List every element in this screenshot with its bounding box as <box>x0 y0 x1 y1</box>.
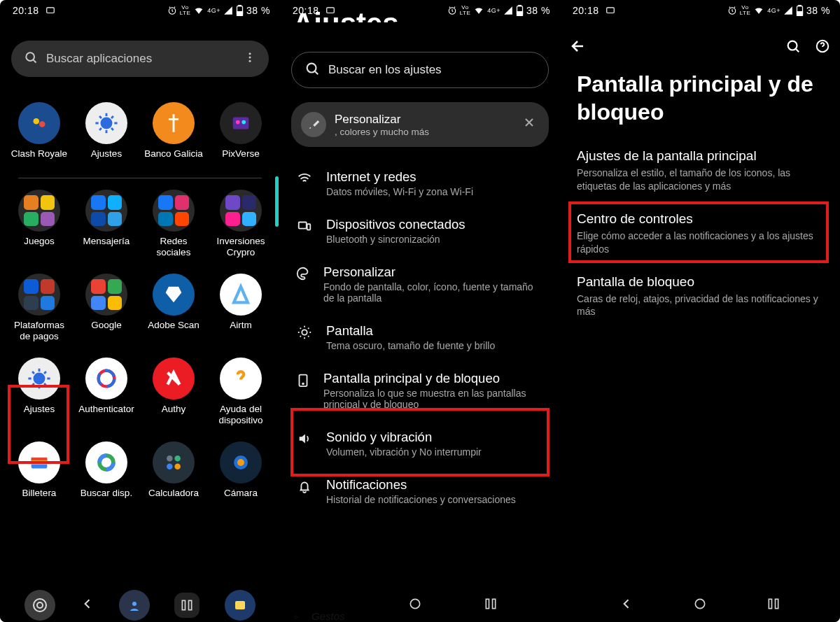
nav-back-icon[interactable] <box>80 597 94 614</box>
app-folder-crypto-icon[interactable]: Inversiones Crypro <box>207 184 274 264</box>
settings-row-wifi[interactable]: Internet y redesDatos móviles, Wi-Fi y z… <box>280 160 560 207</box>
svg-rect-58 <box>776 599 778 608</box>
app-folder-payments-icon[interactable]: Plataformas de pagos <box>6 268 73 348</box>
app-device-help-icon[interactable]: Ayuda del dispositivo <box>207 352 274 432</box>
pixverse-icon <box>220 102 262 144</box>
settings-row-devices[interactable]: Dispositivos conectadosBluetooth y sincr… <box>280 207 560 255</box>
search-icon <box>304 61 320 80</box>
app-calculator-icon[interactable]: Calculadora <box>140 436 207 516</box>
subsetting-item[interactable]: Ajustes de la pantalla principalPersonal… <box>560 140 840 203</box>
settings-row-title: Internet y redes <box>326 169 473 185</box>
svg-rect-48 <box>493 599 496 608</box>
settings-icon <box>18 358 60 400</box>
svg-rect-42 <box>307 224 311 229</box>
item-sub: Elige cómo acceder a las notificaciones … <box>577 229 823 256</box>
help-icon[interactable] <box>815 38 830 57</box>
app-settings-icon[interactable]: Ajustes <box>6 352 73 432</box>
settings-row-title: Pantalla <box>326 323 495 339</box>
app-authenticator-icon[interactable]: Authenticator <box>73 352 140 432</box>
folder-crypto-icon <box>220 190 262 232</box>
scroll-indicator[interactable] <box>275 176 279 227</box>
app-settings-icon[interactable]: Ajustes <box>73 97 140 176</box>
settings-row-volume[interactable]: Sonido y vibraciónVolumen, vibración y N… <box>280 420 560 467</box>
app-drawer[interactable]: Clash RoyaleAjustesBanco GaliciaPixVerse… <box>0 88 280 516</box>
lock-icon <box>295 371 311 388</box>
app-adobe-scan-icon[interactable]: Adobe Scan <box>140 268 207 348</box>
app-folder-google-icon[interactable]: Google <box>73 268 140 348</box>
settings-row-sub: Datos móviles, Wi-Fi y zona Wi-Fi <box>326 186 473 197</box>
folder-google-icon <box>85 274 127 316</box>
alarm-icon <box>167 6 177 15</box>
folder-games-icon <box>18 190 60 232</box>
app-folder-games-icon[interactable]: Juegos <box>6 184 73 264</box>
app-row: BilleteraBuscar disp.CalculadoraCámara <box>6 432 274 516</box>
search-icon <box>24 50 38 68</box>
wifi-icon <box>753 6 764 15</box>
volte-icon: VoLTE <box>740 5 751 16</box>
app-airtm-icon[interactable]: Airtm <box>207 268 274 348</box>
app-camera-icon[interactable]: Cámara <box>207 436 274 516</box>
nav-recents-icon[interactable] <box>766 597 780 614</box>
nav-back-icon[interactable] <box>620 597 634 614</box>
dock-app[interactable] <box>24 590 55 621</box>
svg-point-54 <box>788 41 797 50</box>
app-folder-social-icon[interactable]: Redes sociales <box>140 184 207 264</box>
app-wallet-icon[interactable]: Billetera <box>6 436 73 516</box>
app-folder-messaging-icon[interactable]: Mensajería <box>73 184 140 264</box>
dock-app[interactable] <box>119 590 150 621</box>
svg-point-9 <box>34 118 40 125</box>
authenticator-icon <box>85 358 127 400</box>
settings-sublist[interactable]: Ajustes de la pantalla principalPersonal… <box>560 140 840 328</box>
back-button[interactable] <box>570 38 587 57</box>
app-search-placeholder: Buscar aplicaciones <box>46 52 152 66</box>
app-pixverse-icon[interactable]: PixVerse <box>207 97 274 176</box>
svg-point-7 <box>249 56 251 58</box>
nav-home-icon[interactable] <box>693 597 707 614</box>
personalize-promo[interactable]: Personalizar , colores y mucho más <box>291 102 549 147</box>
svg-point-6 <box>249 52 251 55</box>
dock-app[interactable] <box>225 590 255 621</box>
adobe-scan-icon <box>153 274 195 316</box>
settings-row-sub: Historial de notificaciones y conversaci… <box>326 494 516 505</box>
settings-row-lock[interactable]: Pantalla principal y de bloqueoPersonali… <box>280 361 560 420</box>
app-find-device-icon[interactable]: Buscar disp. <box>73 436 140 516</box>
network-label: 4G+ <box>207 7 220 14</box>
device-help-icon <box>220 358 262 400</box>
screen-title: Pantalla principal y de bloqueo <box>560 63 840 140</box>
settings-search[interactable]: Buscar en los ajustes <box>291 52 549 88</box>
item-title: Ajustes de la pantalla principal <box>577 148 823 164</box>
find-device-icon <box>85 441 127 483</box>
nav-recents-icon[interactable] <box>484 597 498 614</box>
settings-row-title: Sonido y vibración <box>326 430 482 445</box>
app-label: Redes sociales <box>143 236 204 260</box>
subsetting-item[interactable]: Centro de controlesElige cómo acceder a … <box>560 203 840 266</box>
app-label: Billetera <box>22 488 57 511</box>
settings-list[interactable]: Internet y redesDatos móviles, Wi-Fi y z… <box>280 154 560 515</box>
subsetting-item[interactable]: Pantalla de bloqueoCaras de reloj, atajo… <box>560 266 840 329</box>
app-clash-royale-icon[interactable]: Clash Royale <box>6 97 73 176</box>
app-search[interactable]: Buscar aplicaciones <box>11 41 269 77</box>
svg-point-24 <box>174 455 180 462</box>
app-label: Juegos <box>24 236 55 260</box>
settings-row-title: Personalizar <box>323 264 545 280</box>
settings-row-bell[interactable]: NotificacionesHistorial de notificacione… <box>280 467 560 515</box>
app-row: AjustesAuthenticatorAuthyAyuda del dispo… <box>6 348 274 432</box>
app-label: Authenticator <box>78 404 134 427</box>
app-banco-galicia-icon[interactable]: Banco Galicia <box>140 97 207 176</box>
overflow-icon[interactable] <box>244 51 256 67</box>
app-label: Buscar disp. <box>80 488 132 511</box>
settings-row-brightness[interactable]: PantallaTema oscuro, tamaño de fuente y … <box>280 313 560 361</box>
app-label: Cámara <box>224 488 258 511</box>
settings-icon <box>85 102 127 144</box>
svg-point-25 <box>167 463 173 469</box>
item-title: Pantalla de bloqueo <box>577 274 823 290</box>
settings-row-sub: Bluetooth y sincronización <box>326 234 465 245</box>
dock-app[interactable] <box>174 593 200 618</box>
app-authy-icon[interactable]: Authy <box>140 352 207 432</box>
search-icon[interactable] <box>785 38 801 57</box>
settings-row-palette[interactable]: PersonalizarFondo de pantalla, color, íc… <box>280 255 560 313</box>
nav-home-icon[interactable] <box>408 597 422 614</box>
clock: 20:18 <box>13 5 39 16</box>
svg-point-15 <box>34 374 44 383</box>
close-icon[interactable] <box>519 115 539 134</box>
